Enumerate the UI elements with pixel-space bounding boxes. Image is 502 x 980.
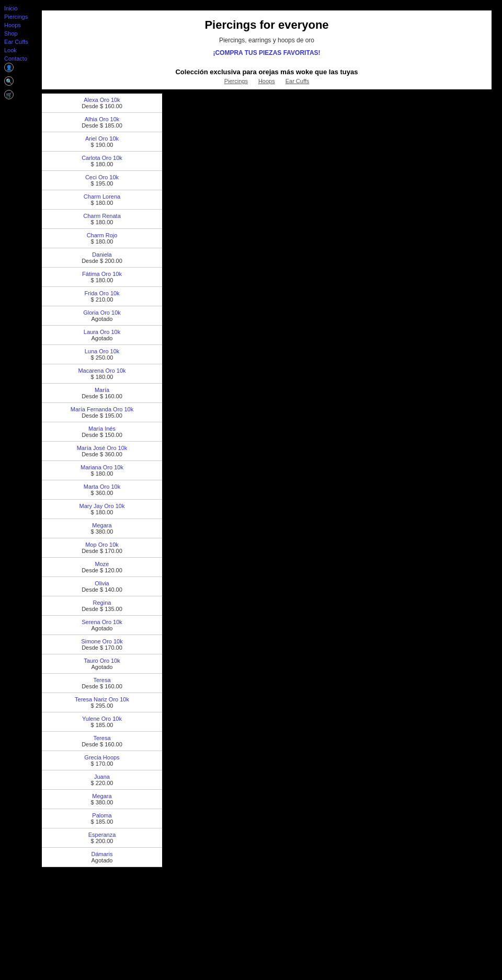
product-name[interactable]: Charm Lorena bbox=[47, 193, 157, 200]
product-name[interactable]: Paloma bbox=[47, 812, 157, 818]
list-item[interactable]: Tauro Oro 10kAgotado bbox=[42, 654, 162, 674]
list-item[interactable]: Teresa Nariz Oro 10k$ 295.00 bbox=[42, 693, 162, 712]
list-item[interactable]: Charm Rojo$ 180.00 bbox=[42, 229, 162, 248]
product-name[interactable]: Ceci Oro 10k bbox=[47, 174, 157, 180]
product-price: Agotado bbox=[47, 625, 157, 631]
list-item[interactable]: Luna Oro 10k$ 250.00 bbox=[42, 345, 162, 364]
product-name[interactable]: María José Oro 10k bbox=[47, 445, 157, 451]
product-name[interactable]: Juana bbox=[47, 774, 157, 780]
list-item[interactable]: Simone Oro 10kDesde $ 170.00 bbox=[42, 635, 162, 654]
product-name[interactable]: Alhia Oro 10k bbox=[47, 116, 157, 122]
list-item[interactable]: Juana$ 220.00 bbox=[42, 770, 162, 790]
list-item[interactable]: Ceci Oro 10k$ 195.00 bbox=[42, 171, 162, 190]
list-item[interactable]: Yulene Oro 10k$ 185.00 bbox=[42, 712, 162, 732]
product-name[interactable]: Esperanza bbox=[47, 832, 157, 838]
list-item[interactable]: Frida Oro 10k$ 210.00 bbox=[42, 287, 162, 306]
sidebar-item-look[interactable]: Look bbox=[4, 47, 32, 53]
sidebar-item-inicio[interactable]: Inicio bbox=[4, 5, 32, 11]
list-item[interactable]: Charm Renata$ 180.00 bbox=[42, 210, 162, 229]
product-price: $ 380.00 bbox=[47, 528, 157, 535]
main-content: Piercings for everyone Piercings, earrin… bbox=[42, 0, 502, 878]
list-item[interactable]: Ariel Oro 10k$ 190.00 bbox=[42, 132, 162, 152]
product-name[interactable]: Regina bbox=[47, 599, 157, 606]
sidebar-item-hoops[interactable]: Hoops bbox=[4, 22, 32, 28]
product-name[interactable]: Megara bbox=[47, 522, 157, 528]
product-name[interactable]: Laura Oro 10k bbox=[47, 329, 157, 335]
list-item[interactable]: Laura Oro 10kAgotado bbox=[42, 326, 162, 345]
product-name[interactable]: Macarena Oro 10k bbox=[47, 367, 157, 374]
product-name[interactable]: Mariana Oro 10k bbox=[47, 464, 157, 470]
product-name[interactable]: Teresa bbox=[47, 677, 157, 683]
product-name[interactable]: Yulene Oro 10k bbox=[47, 716, 157, 722]
product-name[interactable]: Carlota Oro 10k bbox=[47, 155, 157, 161]
list-item[interactable]: María InésDesde $ 150.00 bbox=[42, 422, 162, 442]
list-item[interactable]: Marta Oro 10k$ 360.00 bbox=[42, 480, 162, 500]
product-name[interactable]: Luna Oro 10k bbox=[47, 348, 157, 354]
product-name[interactable]: Moze bbox=[47, 561, 157, 567]
list-item[interactable]: Paloma$ 185.00 bbox=[42, 809, 162, 828]
tab-hoops[interactable]: Hoops bbox=[258, 78, 275, 84]
list-item[interactable]: Mary Jay Oro 10k$ 180.00 bbox=[42, 500, 162, 519]
sidebar-item-piercings[interactable]: Piercings bbox=[4, 14, 32, 20]
search-icon[interactable]: 🔍 bbox=[4, 76, 14, 86]
list-item[interactable]: TeresaDesde $ 160.00 bbox=[42, 732, 162, 751]
list-item[interactable]: Serena Oro 10kAgotado bbox=[42, 616, 162, 635]
list-item[interactable]: MozeDesde $ 120.00 bbox=[42, 558, 162, 577]
product-name[interactable]: Megara bbox=[47, 793, 157, 799]
list-item[interactable]: Grecia Hoops$ 170.00 bbox=[42, 751, 162, 770]
product-name[interactable]: Ariel Oro 10k bbox=[47, 135, 157, 142]
product-name[interactable]: María Fernanda Oro 10k bbox=[47, 406, 157, 412]
product-name[interactable]: Alexa Oro 10k bbox=[47, 97, 157, 103]
product-name[interactable]: Mary Jay Oro 10k bbox=[47, 503, 157, 509]
product-name[interactable]: Teresa bbox=[47, 735, 157, 741]
sidebar-item-shop[interactable]: Shop bbox=[4, 30, 32, 37]
list-item[interactable]: Mop Oro 10kDesde $ 170.00 bbox=[42, 538, 162, 558]
product-name[interactable]: María bbox=[47, 387, 157, 393]
product-name[interactable]: María Inés bbox=[47, 425, 157, 432]
product-name[interactable]: Dámaris bbox=[47, 851, 157, 857]
cta-button[interactable]: ¡COMPRA TUS PIEZAS FAVORITAS! bbox=[42, 46, 492, 63]
list-item[interactable]: Alhia Oro 10kDesde $ 185.00 bbox=[42, 113, 162, 132]
product-name[interactable]: Marta Oro 10k bbox=[47, 483, 157, 490]
list-item[interactable]: María José Oro 10kDesde $ 360.00 bbox=[42, 442, 162, 461]
list-item[interactable]: MaríaDesde $ 160.00 bbox=[42, 384, 162, 403]
list-item[interactable]: Carlota Oro 10k$ 180.00 bbox=[42, 152, 162, 171]
list-item[interactable]: Macarena Oro 10k$ 180.00 bbox=[42, 364, 162, 384]
list-item[interactable]: DanielaDesde $ 200.00 bbox=[42, 248, 162, 268]
list-item[interactable]: Megara$ 380.00 bbox=[42, 790, 162, 809]
list-item[interactable]: Gloria Oro 10kAgotado bbox=[42, 306, 162, 326]
product-name[interactable]: Daniela bbox=[47, 251, 157, 258]
list-item[interactable]: DámarisAgotado bbox=[42, 848, 162, 867]
product-price: Agotado bbox=[47, 316, 157, 322]
product-name[interactable]: Gloria Oro 10k bbox=[47, 309, 157, 316]
user-icon[interactable]: 👤 bbox=[4, 63, 14, 72]
product-name[interactable]: Charm Renata bbox=[47, 213, 157, 219]
list-item[interactable]: TeresaDesde $ 160.00 bbox=[42, 674, 162, 693]
product-name[interactable]: Frida Oro 10k bbox=[47, 290, 157, 296]
sidebar-item-ear-cuffs[interactable]: Ear Cuffs bbox=[4, 39, 32, 45]
list-item[interactable]: María Fernanda Oro 10kDesde $ 195.00 bbox=[42, 403, 162, 422]
product-name[interactable]: Tauro Oro 10k bbox=[47, 658, 157, 664]
list-item[interactable]: OliviaDesde $ 140.00 bbox=[42, 577, 162, 596]
product-price: Desde $ 195.00 bbox=[47, 412, 157, 419]
product-name[interactable]: Olivia bbox=[47, 580, 157, 586]
product-name[interactable]: Serena Oro 10k bbox=[47, 619, 157, 625]
tab-ear-cuffs[interactable]: Ear Cuffs bbox=[286, 78, 310, 84]
product-name[interactable]: Simone Oro 10k bbox=[47, 638, 157, 644]
product-name[interactable]: Charm Rojo bbox=[47, 232, 157, 238]
product-name[interactable]: Teresa Nariz Oro 10k bbox=[47, 696, 157, 702]
list-item[interactable]: Charm Lorena$ 180.00 bbox=[42, 190, 162, 210]
product-name[interactable]: Mop Oro 10k bbox=[47, 541, 157, 548]
list-item[interactable]: Fátima Oro 10k$ 180.00 bbox=[42, 268, 162, 287]
product-price: $ 180.00 bbox=[47, 238, 157, 245]
product-name[interactable]: Grecia Hoops bbox=[47, 754, 157, 760]
list-item[interactable]: ReginaDesde $ 135.00 bbox=[42, 596, 162, 616]
product-name[interactable]: Fátima Oro 10k bbox=[47, 271, 157, 277]
sidebar-item-contacto[interactable]: Contacto bbox=[4, 55, 32, 62]
tab-piercings[interactable]: Piercings bbox=[224, 78, 248, 84]
cart-icon[interactable]: 🛒 bbox=[4, 90, 14, 99]
list-item[interactable]: Mariana Oro 10k$ 180.00 bbox=[42, 461, 162, 480]
list-item[interactable]: Alexa Oro 10kDesde $ 160.00 bbox=[42, 94, 162, 113]
list-item[interactable]: Esperanza$ 200.00 bbox=[42, 828, 162, 848]
list-item[interactable]: Megara$ 380.00 bbox=[42, 519, 162, 538]
